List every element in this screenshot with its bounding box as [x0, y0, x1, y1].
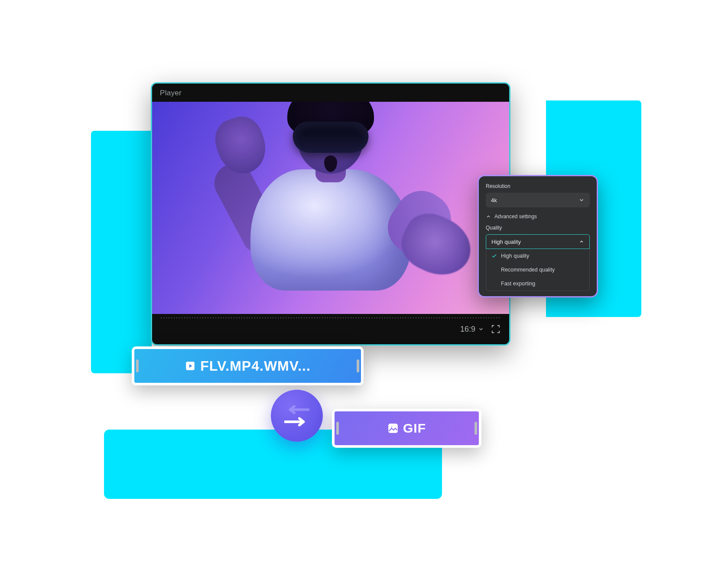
arrow-left-icon	[284, 405, 309, 414]
quality-option-fast[interactable]: Fast exporting	[486, 277, 589, 291]
resolution-label: Resolution	[486, 183, 590, 189]
quality-label: Quality	[486, 225, 590, 231]
quality-option-recommended[interactable]: Recommended quality	[486, 263, 589, 277]
video-subject-illustration	[209, 102, 452, 295]
timeline-scrubber[interactable]	[161, 317, 500, 318]
quality-value: High quality	[491, 239, 521, 245]
glow-accent-left	[91, 131, 152, 373]
svg-point-3	[391, 426, 393, 428]
fullscreen-icon[interactable]	[491, 324, 500, 334]
image-icon	[387, 423, 399, 434]
convert-swap-icon	[271, 390, 323, 442]
gif-text: GIF	[403, 421, 426, 436]
quality-options-list: High quality Recommended quality Fast ex…	[486, 249, 590, 291]
player-title: Player	[152, 84, 509, 102]
chevron-down-icon	[578, 197, 585, 203]
chevron-down-icon	[478, 326, 484, 332]
export-settings-panel: Resolution 4k Advanced settings Quality …	[478, 175, 598, 297]
check-icon	[491, 253, 497, 259]
arrow-right-icon	[284, 417, 309, 427]
advanced-settings-label: Advanced settings	[494, 213, 537, 220]
quality-select[interactable]: High quality	[486, 234, 590, 249]
video-preview[interactable]	[152, 102, 509, 314]
resolution-select[interactable]: 4k	[486, 193, 590, 207]
video-formats-chip[interactable]: FLV.MP4.WMV...	[132, 346, 364, 385]
resolution-value: 4k	[491, 197, 497, 204]
aspect-ratio-value: 16:9	[460, 325, 475, 334]
chevron-up-icon	[579, 239, 584, 244]
advanced-settings-toggle[interactable]: Advanced settings	[486, 213, 590, 220]
quality-option-high[interactable]: High quality	[486, 249, 589, 263]
chevron-up-icon	[486, 214, 491, 219]
player-window: Player 16:9	[151, 82, 510, 346]
gif-format-chip[interactable]: GIF	[332, 409, 481, 448]
aspect-ratio-selector[interactable]: 16:9	[460, 325, 484, 334]
player-controls-bar: 16:9	[152, 314, 509, 344]
video-formats-text: FLV.MP4.WMV...	[200, 358, 311, 374]
play-file-icon	[185, 360, 196, 372]
